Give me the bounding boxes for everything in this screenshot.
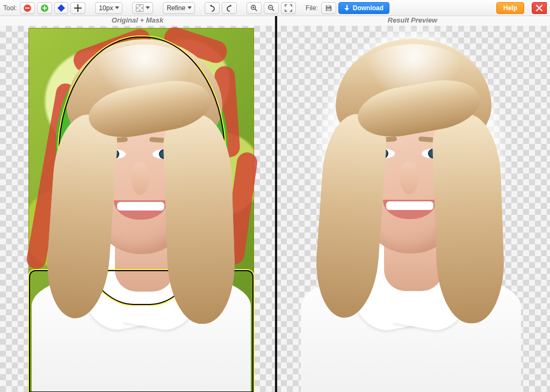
result-image	[298, 28, 524, 392]
diamond-icon	[57, 4, 65, 11]
result-preview-pane[interactable]	[275, 26, 550, 392]
svg-line-5	[272, 9, 274, 11]
right-pane-title: Result Preview	[275, 16, 550, 26]
original-image	[28, 28, 254, 392]
minus-circle-icon	[24, 4, 31, 12]
download-button[interactable]: Download	[338, 2, 389, 14]
help-label: Help	[503, 4, 517, 12]
undo-icon	[208, 4, 216, 12]
zoom-group	[247, 2, 296, 14]
fit-screen-button[interactable]	[281, 2, 296, 14]
keep-tool-button[interactable]	[37, 2, 52, 14]
chevron-down-icon	[115, 6, 119, 9]
history-group	[205, 2, 237, 14]
brush-size-value: 10px	[99, 4, 113, 12]
zoom-out-button[interactable]	[264, 2, 279, 14]
transparency-swatch-icon	[136, 4, 143, 12]
zoom-out-icon	[267, 4, 275, 12]
original-mask-pane[interactable]	[0, 26, 275, 392]
save-icon	[325, 4, 332, 12]
chevron-down-icon	[146, 6, 150, 9]
brush-size-dropdown[interactable]: 10px	[95, 2, 122, 14]
undo-button[interactable]	[205, 2, 220, 14]
hair-tool-button[interactable]	[54, 2, 68, 14]
download-icon	[344, 5, 350, 11]
pan-tool-button[interactable]	[70, 2, 85, 14]
refine-dropdown[interactable]: Refine	[163, 2, 195, 14]
workspace: Original + Mask Result Preview	[0, 16, 550, 392]
close-icon	[536, 5, 542, 11]
chevron-down-icon	[187, 6, 192, 9]
file-label: File:	[306, 4, 318, 12]
erase-tool-button[interactable]	[20, 2, 35, 14]
move-icon	[74, 4, 82, 12]
close-button[interactable]	[532, 2, 547, 14]
bgcolor-dropdown[interactable]	[132, 2, 153, 14]
toolbar: Tool: 10px Refine	[0, 0, 550, 16]
fit-icon	[285, 4, 292, 12]
svg-rect-8	[327, 8, 330, 10]
zoom-in-icon	[250, 4, 258, 12]
tool-label: Tool:	[3, 4, 17, 12]
save-button[interactable]	[321, 2, 336, 14]
redo-icon	[226, 4, 233, 12]
help-button[interactable]: Help	[496, 2, 524, 14]
pane-divider[interactable]	[275, 16, 277, 392]
redo-button[interactable]	[222, 2, 237, 14]
left-pane-title: Original + Mask	[0, 16, 275, 26]
plus-circle-icon	[41, 4, 48, 12]
download-label: Download	[353, 4, 383, 12]
svg-rect-7	[327, 5, 329, 7]
refine-label: Refine	[167, 4, 185, 12]
zoom-in-button[interactable]	[247, 2, 262, 14]
svg-line-1	[255, 9, 257, 11]
